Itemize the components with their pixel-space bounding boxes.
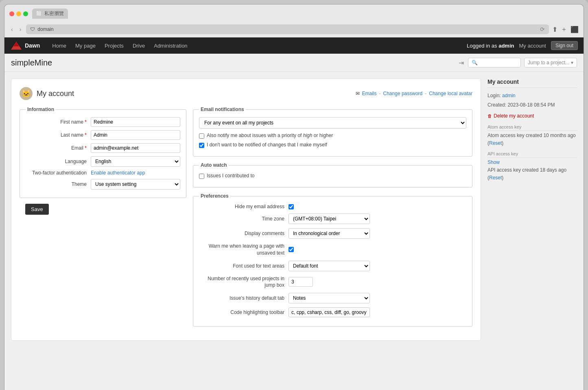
two-factor-label: Two-factor authentication bbox=[26, 170, 91, 176]
delete-account-link[interactable]: 🗑 Delete my account bbox=[487, 112, 577, 120]
code-toolbar-input[interactable] bbox=[289, 307, 370, 317]
tab-icon: ⬜ bbox=[36, 11, 42, 16]
information-legend: Information bbox=[26, 107, 56, 112]
language-select[interactable]: English bbox=[91, 156, 180, 167]
refresh-icon[interactable]: ⟳ bbox=[540, 26, 545, 33]
email-input[interactable] bbox=[91, 143, 180, 153]
my-account-link[interactable]: My account bbox=[517, 42, 547, 50]
close-dot[interactable] bbox=[9, 11, 14, 16]
login-value[interactable]: admin bbox=[502, 93, 516, 98]
maximize-dot[interactable] bbox=[23, 11, 28, 16]
code-toolbar-label: Code highlighting toolbar bbox=[199, 309, 289, 315]
browser-tab[interactable]: ⬜ 私密瀏覽 bbox=[32, 9, 68, 19]
shield-icon: 🛡 bbox=[30, 26, 35, 32]
priority-notify-checkbox[interactable] bbox=[199, 133, 204, 139]
notif-select-row: For any event on all my projects For any… bbox=[199, 117, 466, 129]
warn-unsaved-row: Warn me when leaving a page with unsaved… bbox=[199, 243, 466, 257]
nav-links: Home My page Projects Drive Administrati… bbox=[48, 39, 467, 52]
timezone-row: Time zone (GMT+08:00) Taipei bbox=[199, 214, 466, 224]
api-access-key-label: API access key bbox=[487, 151, 577, 158]
theme-label: Theme bbox=[26, 181, 91, 187]
last-name-label: Last name * bbox=[26, 132, 91, 138]
nav-administration[interactable]: Administration bbox=[150, 39, 191, 52]
language-label: Language bbox=[26, 159, 91, 164]
hide-email-label: Hide my email address bbox=[199, 204, 289, 209]
nav-home[interactable]: Home bbox=[48, 39, 70, 52]
brand-logo-icon bbox=[10, 41, 22, 50]
back-button[interactable]: ‹ bbox=[9, 25, 15, 33]
save-button[interactable]: Save bbox=[25, 204, 49, 215]
priority-text: high bbox=[303, 133, 313, 138]
minimize-dot[interactable] bbox=[16, 11, 21, 16]
warn-unsaved-checkbox[interactable] bbox=[289, 247, 294, 252]
svg-marker-1 bbox=[13, 41, 19, 46]
sign-out-button[interactable]: Sign out bbox=[551, 41, 578, 50]
font-row: Font used for text areas Default font bbox=[199, 261, 466, 271]
new-tab-icon[interactable]: ＋ bbox=[561, 25, 567, 34]
recent-projects-label: Number of recently used projects in jump… bbox=[199, 275, 289, 289]
email-row: Email * bbox=[26, 143, 180, 153]
logged-in-user: admin bbox=[498, 43, 514, 49]
first-name-row: First name * bbox=[26, 117, 180, 127]
forward-button[interactable]: › bbox=[18, 25, 23, 33]
collapse-icon[interactable]: ⇥ bbox=[458, 58, 465, 68]
nav-projects[interactable]: Projects bbox=[101, 39, 128, 52]
avatar-emoji: 🐱 bbox=[22, 89, 31, 98]
notification-select[interactable]: For any event on all my projects For any… bbox=[199, 117, 466, 129]
preferences-section: Preferences Hide my email address Time z… bbox=[193, 193, 472, 327]
two-factor-link[interactable]: Enable authenticator app bbox=[91, 170, 145, 176]
no-self-notify-checkbox[interactable] bbox=[199, 143, 204, 148]
header-right: ⇥ 🔍 Jump to a project... ▾ bbox=[458, 58, 577, 68]
nav-drive[interactable]: Drive bbox=[129, 39, 149, 52]
first-name-label: First name * bbox=[26, 119, 91, 125]
last-name-input[interactable] bbox=[91, 130, 180, 140]
chevron-down-icon: ▾ bbox=[571, 60, 573, 65]
required-star-2: * bbox=[85, 132, 87, 138]
sidebar-info: Login: admin Created: 2023-08-18 08:54 P… bbox=[487, 92, 577, 120]
delete-account-row: 🗑 Delete my account bbox=[487, 112, 577, 120]
search-box[interactable]: 🔍 bbox=[468, 58, 521, 68]
api-show-link[interactable]: Show bbox=[487, 159, 500, 165]
nav-mypage[interactable]: My page bbox=[71, 39, 100, 52]
change-password-link[interactable]: Change password bbox=[383, 91, 423, 96]
font-select[interactable]: Default font bbox=[289, 261, 370, 271]
atom-access-key-label: Atom access key bbox=[487, 124, 577, 131]
share-icon[interactable]: ⬆ bbox=[552, 26, 557, 33]
auto-watch-row: Issues I contributed to bbox=[199, 173, 466, 179]
theme-select[interactable]: Use system setting bbox=[91, 179, 180, 190]
api-reset-link[interactable]: Reset bbox=[489, 175, 502, 181]
timezone-label: Time zone bbox=[199, 216, 289, 222]
address-text: domain bbox=[37, 26, 53, 32]
brand[interactable]: Dawn bbox=[10, 41, 40, 50]
theme-row: Theme Use system setting bbox=[26, 179, 180, 190]
atom-access-key-text: Atom access key created 10 months ago bbox=[487, 133, 576, 138]
last-name-row: Last name * bbox=[26, 130, 180, 140]
account-heading: My account bbox=[37, 89, 74, 98]
history-tab-select[interactable]: Notes bbox=[289, 293, 370, 303]
emails-link[interactable]: Emails bbox=[362, 91, 377, 96]
font-label: Font used for text areas bbox=[199, 263, 289, 269]
recent-projects-input[interactable] bbox=[289, 277, 313, 287]
email-notifications-legend: Email notifications bbox=[199, 107, 246, 112]
jump-project-dropdown[interactable]: Jump to a project... ▾ bbox=[524, 58, 577, 68]
sidebar-icon[interactable]: ⬛ bbox=[571, 26, 579, 33]
address-bar: 🛡 domain ⟳ bbox=[26, 24, 549, 34]
created-row: Created: 2023-08-18 08:54 PM bbox=[487, 101, 577, 109]
separator-1: - bbox=[379, 91, 381, 96]
hide-email-checkbox[interactable] bbox=[289, 204, 294, 209]
trash-icon: 🗑 bbox=[487, 113, 492, 120]
email-notifications-section: Email notifications For any event on all… bbox=[193, 107, 472, 157]
first-name-input[interactable] bbox=[91, 117, 180, 127]
change-avatar-link[interactable]: Change local avatar bbox=[429, 91, 472, 96]
login-label: Login: bbox=[487, 93, 501, 98]
atom-reset-link[interactable]: Reset bbox=[489, 140, 502, 146]
api-access-key-info: Show API access key created 18 days ago … bbox=[487, 159, 577, 182]
jump-project-text: Jump to a project... bbox=[528, 60, 569, 65]
required-star: * bbox=[85, 119, 87, 125]
email-label: Email * bbox=[26, 145, 91, 151]
priority-notify-row: Also notify me about issues with a prior… bbox=[199, 133, 466, 139]
timezone-select[interactable]: (GMT+08:00) Taipei bbox=[289, 214, 370, 224]
auto-watch-checkbox[interactable] bbox=[199, 174, 204, 179]
required-star-3: * bbox=[85, 145, 87, 151]
display-comments-select[interactable]: In chronological order bbox=[289, 228, 370, 239]
